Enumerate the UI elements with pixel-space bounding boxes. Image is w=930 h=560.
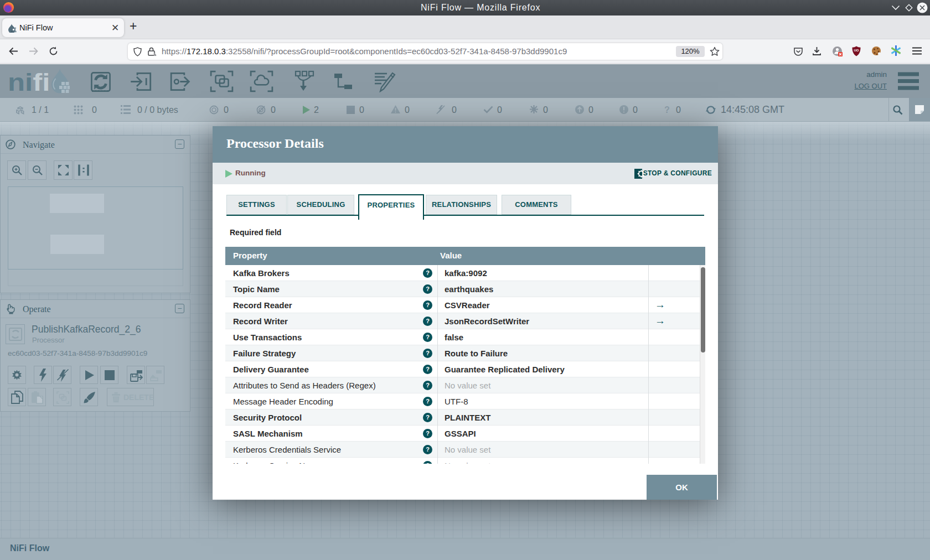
svg-text:UO: UO <box>854 49 859 52</box>
